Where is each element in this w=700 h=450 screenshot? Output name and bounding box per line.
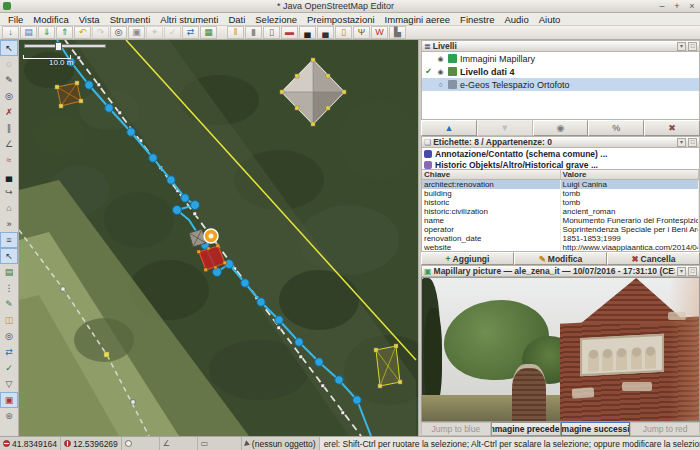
preset-wall-button[interactable]: ▬ bbox=[281, 26, 298, 39]
preset-row[interactable]: Historic Objekts/Altro/Historical grave … bbox=[422, 159, 699, 170]
wand-button[interactable]: ✦ bbox=[146, 26, 163, 39]
undo-button[interactable]: ↶ bbox=[74, 26, 91, 39]
more-tools[interactable]: » bbox=[0, 216, 18, 232]
apply-button[interactable]: ✓ bbox=[164, 26, 181, 39]
preset-pillar-button[interactable]: ▮ bbox=[245, 26, 262, 39]
building-tool[interactable]: ⌂ bbox=[0, 200, 18, 216]
zoom-slider[interactable] bbox=[24, 44, 106, 48]
sticky-button[interactable]: ▾ bbox=[677, 42, 686, 51]
map-canvas[interactable]: 10.0 m bbox=[19, 40, 418, 436]
menu-item[interactable]: Selezione bbox=[250, 14, 302, 25]
zoom-slider-handle[interactable] bbox=[55, 42, 62, 51]
layer-up-button[interactable]: ▲ bbox=[421, 120, 477, 136]
download-button[interactable]: ↓ bbox=[2, 26, 19, 39]
preset-factory-button[interactable]: ▙ bbox=[389, 26, 406, 39]
layer-row[interactable]: ✔ ◉ Livello dati 4 bbox=[422, 65, 699, 78]
relations-panel-toggle[interactable]: ⋮ bbox=[0, 280, 18, 296]
delete-tool[interactable]: ✗ bbox=[0, 104, 18, 120]
menu-item[interactable]: File bbox=[3, 14, 28, 25]
menu-item[interactable]: Immagini aeree bbox=[380, 14, 455, 25]
parallel-tool[interactable]: ∥ bbox=[0, 120, 18, 136]
zoom-tool[interactable]: ◎ bbox=[0, 88, 18, 104]
search-panel-toggle[interactable]: ◎ bbox=[0, 328, 18, 344]
selection-panel-toggle[interactable]: ↖ bbox=[0, 248, 18, 264]
jump-to-blue-button[interactable]: Jump to blue bbox=[421, 422, 491, 436]
layer-row[interactable]: ○ e-Geos Telespazio Ortofoto bbox=[422, 78, 699, 91]
jump-to-red-button[interactable]: Jump to red bbox=[630, 422, 700, 436]
menu-item[interactable]: Vista bbox=[74, 14, 105, 25]
follow-line-tool[interactable]: ↪ bbox=[0, 184, 18, 200]
edit-tag-button[interactable]: ✎ Modifica bbox=[514, 252, 607, 265]
open-button[interactable]: ▤ bbox=[20, 26, 37, 39]
layer-visibility-button[interactable]: ◉ bbox=[533, 120, 589, 136]
notes-panel-toggle[interactable]: ✎ bbox=[0, 296, 18, 312]
filter-panel-toggle[interactable]: ▽ bbox=[0, 376, 18, 392]
sticky-button[interactable]: ▾ bbox=[677, 138, 686, 147]
next-image-button[interactable]: Immagine successiva bbox=[561, 422, 631, 436]
tag-row[interactable]: name Monumento Funerario del Frontespizi… bbox=[422, 216, 699, 225]
menu-item[interactable]: Dati bbox=[223, 14, 250, 25]
redo-button[interactable]: ↷ bbox=[92, 26, 109, 39]
tag-row[interactable]: operator Soprintendenza Speciale per i B… bbox=[422, 225, 699, 234]
close-button[interactable]: × bbox=[687, 1, 697, 11]
delete-tag-button[interactable]: ✖ Cancella bbox=[607, 252, 700, 265]
tags-panel-toggle[interactable]: ▤ bbox=[0, 264, 18, 280]
sticky-button[interactable]: ▾ bbox=[677, 267, 686, 276]
value-column-header[interactable]: Valore bbox=[561, 170, 700, 179]
improve-way-tool[interactable]: ≈ bbox=[0, 152, 18, 168]
menu-item[interactable]: Strumenti bbox=[105, 14, 156, 25]
layer-delete-button[interactable]: ✖ bbox=[644, 120, 700, 136]
zoom-selection-button[interactable]: ◎ bbox=[110, 26, 127, 39]
visibility-eye-icon[interactable]: ◉ bbox=[436, 55, 445, 63]
preset-bus-button[interactable]: ▄ bbox=[317, 26, 334, 39]
visibility-eye-icon[interactable]: ○ bbox=[436, 81, 445, 88]
menu-item[interactable]: Altri strumenti bbox=[155, 14, 223, 25]
sync-button[interactable]: ⇄ bbox=[182, 26, 199, 39]
upload-button[interactable]: ⇑ bbox=[56, 26, 73, 39]
key-column-header[interactable]: Chiave bbox=[422, 170, 561, 179]
mapillary-panel-toggle[interactable]: ▣ bbox=[0, 392, 18, 408]
preset-wikipedia-button[interactable]: W bbox=[371, 26, 388, 39]
detach-button[interactable]: □ bbox=[688, 267, 697, 276]
imagery-button[interactable]: ▦ bbox=[200, 26, 217, 39]
visibility-eye-icon[interactable]: ◉ bbox=[436, 68, 445, 76]
menu-item[interactable]: Audio bbox=[499, 14, 533, 25]
preset-restaurant-button[interactable]: Ψ bbox=[353, 26, 370, 39]
minimize-button[interactable]: – bbox=[657, 1, 667, 11]
detach-button[interactable]: □ bbox=[688, 42, 697, 51]
save-button[interactable]: ⇓ bbox=[38, 26, 55, 39]
add-tag-button[interactable]: + Aggiungi bbox=[421, 252, 514, 265]
tag-row[interactable]: renovation_date 1851-1853;1999 bbox=[422, 234, 699, 243]
previous-image-button[interactable]: Immagine precede... bbox=[491, 422, 561, 436]
preset-row[interactable]: Annotazione/Contatto (schema comune) ... bbox=[422, 148, 699, 159]
menu-item[interactable]: Aiuto bbox=[534, 14, 566, 25]
menu-item[interactable]: Modifica bbox=[28, 14, 73, 25]
mapillary-photo[interactable] bbox=[421, 277, 700, 422]
menu-item[interactable]: Preimpostazioni bbox=[302, 14, 380, 25]
preset-gate-button[interactable]: ‖ bbox=[227, 26, 244, 39]
layer-row[interactable]: ◉ Immagini Mapillary bbox=[422, 52, 699, 65]
authors-panel-toggle[interactable]: ◫ bbox=[0, 312, 18, 328]
maximize-button[interactable]: + bbox=[672, 1, 682, 11]
layer-down-button[interactable]: ▼ bbox=[477, 120, 533, 136]
tag-row[interactable]: building tomb bbox=[422, 189, 699, 198]
preset-car-button[interactable]: ▄ bbox=[299, 26, 316, 39]
extrude-tool[interactable]: ∠ bbox=[0, 136, 18, 152]
layer-opacity-button[interactable]: % bbox=[588, 120, 644, 136]
lasso-tool[interactable]: ◌ bbox=[0, 56, 18, 72]
preferences-button[interactable]: ▣ bbox=[128, 26, 145, 39]
preferences-panel-toggle[interactable]: ⊛ bbox=[0, 408, 18, 424]
transport-tool[interactable]: ▄ bbox=[0, 168, 18, 184]
menu-item[interactable]: Finestre bbox=[455, 14, 499, 25]
tag-row[interactable]: architect:renovation Luigi Canina bbox=[422, 180, 699, 189]
tag-row[interactable]: website http://www.viaappiaantica.com/20… bbox=[422, 243, 699, 252]
select-tool[interactable]: ↖ bbox=[0, 40, 18, 56]
draw-node-tool[interactable]: ✎ bbox=[0, 72, 18, 88]
validator-panel-toggle[interactable]: ✓ bbox=[0, 360, 18, 376]
tag-row[interactable]: historic:civilization ancient_roman bbox=[422, 207, 699, 216]
tag-row[interactable]: historic tomb bbox=[422, 198, 699, 207]
layers-panel-toggle[interactable]: ≡ bbox=[0, 232, 18, 248]
preset-door-button[interactable]: ▯ bbox=[335, 26, 352, 39]
detach-button[interactable]: □ bbox=[688, 138, 697, 147]
commands-panel-toggle[interactable]: ⇄ bbox=[0, 344, 18, 360]
